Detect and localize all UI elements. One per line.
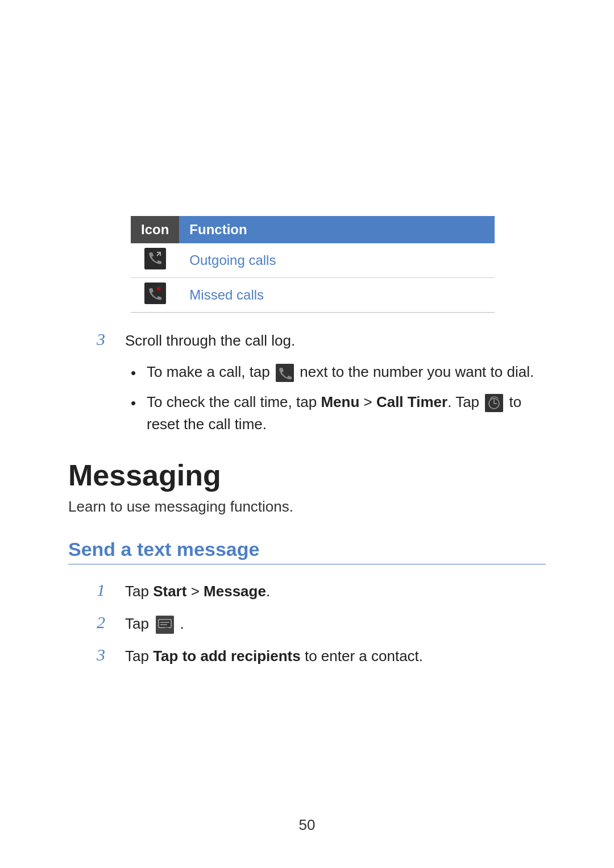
step-3-text: Scroll through the call log. bbox=[125, 330, 546, 352]
step-3-number: 3 bbox=[97, 330, 125, 349]
msg-step-1-sep: > bbox=[186, 583, 204, 600]
msg-step-2-text: Tap . bbox=[125, 613, 546, 635]
msg-step-3-prefix: Tap bbox=[125, 647, 153, 665]
missed-icon-cell bbox=[131, 278, 179, 313]
msg-step-3-suffix: to enter a contact. bbox=[301, 647, 423, 665]
table-row: Missed calls bbox=[131, 278, 495, 313]
call-inline-icon bbox=[276, 364, 294, 382]
messaging-subheading: Learn to use messaging functions. bbox=[68, 498, 546, 516]
svg-rect-0 bbox=[144, 248, 166, 269]
msg-step-2-number: 2 bbox=[97, 613, 125, 632]
page-container: Icon Function bbox=[0, 0, 614, 868]
outgoing-icon-cell bbox=[131, 243, 179, 278]
msg-step-2: 2 Tap . bbox=[97, 613, 546, 635]
bullet-2: • To check the call time, tap Menu > Cal… bbox=[131, 391, 546, 435]
msg-step-3-bold: Tap to add recipients bbox=[153, 647, 301, 665]
msg-step-1-number: 1 bbox=[97, 580, 125, 600]
bullet-1-content: To make a call, tap next to the number y… bbox=[147, 361, 546, 383]
bullet-1-suffix: next to the number you want to dial. bbox=[300, 363, 534, 380]
bullet-2-sep: > bbox=[359, 393, 376, 410]
svg-rect-1 bbox=[144, 283, 166, 304]
msg-step-3: 3 Tap Tap to add recipients to enter a c… bbox=[97, 645, 546, 667]
msg-step-3-text: Tap Tap to add recipients to enter a con… bbox=[125, 645, 546, 667]
messaging-heading: Messaging bbox=[68, 458, 546, 492]
step-3-item: 3 Scroll through the call log. bbox=[97, 330, 546, 352]
messaging-section: Messaging Learn to use messaging functio… bbox=[68, 458, 546, 667]
call-log-table: Icon Function bbox=[131, 216, 495, 313]
bullet-dot-1: • bbox=[131, 362, 147, 384]
msg-step-1: 1 Tap Start > Message. bbox=[97, 580, 546, 603]
bullet-1: • To make a call, tap next to the number… bbox=[131, 361, 546, 384]
svg-rect-6 bbox=[159, 620, 171, 628]
outgoing-calls-label: Outgoing calls bbox=[179, 243, 495, 278]
msg-step-2-prefix: Tap bbox=[125, 615, 149, 632]
msg-steps: 1 Tap Start > Message. 2 Tap bbox=[97, 580, 546, 667]
table-section: Icon Function bbox=[68, 216, 546, 313]
bullet-2-content: To check the call time, tap Menu > Call … bbox=[147, 391, 546, 435]
step-3-bullets: • To make a call, tap next to the number… bbox=[131, 361, 546, 435]
msg-step-3-number: 3 bbox=[97, 645, 125, 665]
bullet-2-prefix: To check the call time, tap bbox=[147, 393, 317, 410]
bullet-dot-2: • bbox=[131, 392, 147, 414]
bullet-1-prefix: To make a call, tap bbox=[147, 363, 270, 380]
msg-step-1-text: Tap Start > Message. bbox=[125, 580, 546, 603]
missed-calls-label: Missed calls bbox=[179, 278, 495, 313]
msg-step-1-bold1: Start bbox=[153, 583, 186, 600]
bullet-2-bold1: Menu bbox=[321, 393, 359, 410]
msg-step-2-suffix: . bbox=[180, 615, 184, 632]
timer-inline-icon bbox=[485, 394, 503, 412]
msg-step-1-prefix: Tap bbox=[125, 583, 153, 600]
bullet-2-mid: . Tap bbox=[447, 393, 479, 410]
msg-step-1-suffix: . bbox=[266, 583, 270, 600]
bullet-2-bold2: Call Timer bbox=[376, 393, 447, 410]
compose-inline-icon bbox=[156, 616, 174, 634]
outgoing-call-icon bbox=[144, 248, 166, 269]
send-text-heading: Send a text message bbox=[68, 538, 546, 564]
icon-column-header: Icon bbox=[131, 216, 179, 243]
msg-step-1-bold2: Message bbox=[204, 583, 266, 600]
table-row: Outgoing calls bbox=[131, 243, 495, 278]
missed-call-icon bbox=[144, 283, 166, 304]
function-column-header: Function bbox=[179, 216, 495, 243]
step-3-section: 3 Scroll through the call log. • To make… bbox=[97, 330, 546, 435]
page-number: 50 bbox=[299, 816, 316, 834]
